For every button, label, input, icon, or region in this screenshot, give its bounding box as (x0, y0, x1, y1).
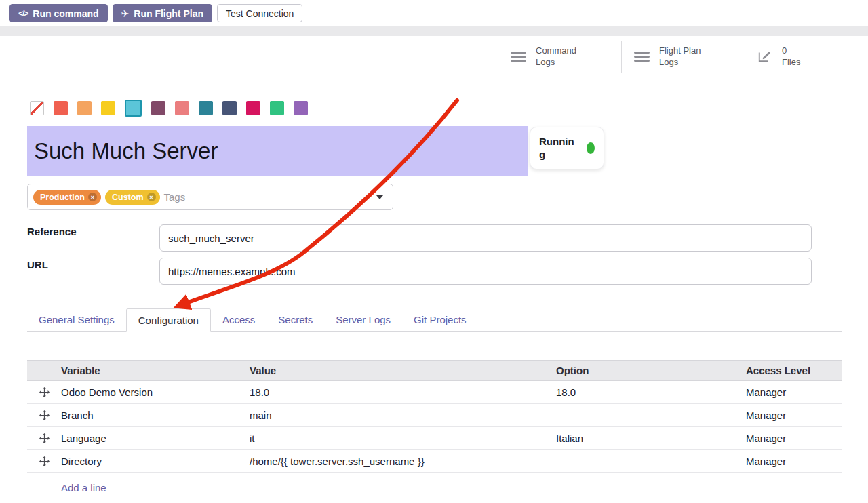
plane-icon: ✈ (121, 8, 130, 19)
server-name-field[interactable]: Such Much Server (27, 126, 528, 176)
code-icon: </> (18, 9, 28, 18)
cell-access[interactable]: Manager (746, 409, 842, 421)
status-dot (587, 142, 595, 154)
header-value: Value (250, 365, 556, 376)
chevron-down-icon[interactable] (376, 195, 383, 199)
cell-value[interactable]: /home/{{ tower.server.ssh_username }} (250, 456, 556, 467)
tag-remove-icon[interactable]: × (147, 193, 156, 201)
cell-variable[interactable]: Language (61, 432, 250, 444)
cell-access[interactable]: Manager (746, 456, 842, 467)
edit-icon (757, 48, 772, 66)
variables-table: Variable Value Option Access Level Odoo … (27, 360, 842, 502)
test-connection-button[interactable]: Test Connection (217, 4, 302, 22)
cell-access[interactable]: Manager (746, 432, 842, 444)
drag-handle-icon[interactable] (27, 387, 61, 397)
color-swatch[interactable] (199, 101, 213, 115)
tab-git-projects[interactable]: Git Projects (402, 308, 478, 331)
cell-value[interactable]: main (250, 409, 556, 421)
files-stat: 0 Files (782, 45, 800, 68)
run-command-label: Run command (33, 8, 98, 19)
header-option: Option (556, 365, 746, 376)
stat-button-row: Command Logs Flight Plan Logs 0 Files (498, 41, 868, 73)
header-access-level: Access Level (746, 365, 842, 376)
url-label: URL (27, 259, 48, 270)
tags-placeholder: Tags (164, 191, 373, 203)
cell-variable[interactable]: Odoo Demo Version (61, 386, 250, 398)
server-name: Such Much Server (34, 138, 218, 164)
cell-access[interactable]: Manager (746, 386, 842, 398)
tag-custom-label: Custom (112, 193, 144, 202)
tab-general-settings[interactable]: General Settings (27, 308, 126, 331)
color-swatch[interactable] (151, 101, 165, 115)
files-count: 0 (782, 45, 800, 57)
tag-custom[interactable]: Custom × (105, 190, 160, 205)
color-swatch[interactable] (222, 101, 237, 115)
menu-icon (634, 52, 650, 62)
run-command-button[interactable]: </> Run command (9, 4, 108, 22)
drag-handle-icon[interactable] (27, 456, 61, 466)
tab-configuration[interactable]: Configuration (126, 308, 211, 332)
table-row: Language it Italian Manager (27, 427, 842, 450)
color-swatch[interactable] (270, 101, 284, 115)
url-input[interactable] (159, 258, 812, 285)
tab-secrets[interactable]: Secrets (267, 308, 324, 331)
color-picker (30, 100, 308, 117)
color-swatch[interactable] (101, 101, 115, 115)
color-swatch[interactable] (294, 101, 308, 115)
files-label: Files (782, 57, 800, 68)
color-swatch[interactable] (246, 101, 260, 115)
status-label: Running (539, 136, 574, 161)
drag-handle-icon[interactable] (27, 433, 61, 443)
table-row: Branch main Manager (27, 404, 842, 427)
cell-value[interactable]: it (250, 432, 556, 444)
tab-access[interactable]: Access (211, 308, 267, 331)
flight-plan-logs-label: Flight Plan Logs (659, 45, 716, 68)
table-row: Odoo Demo Version 18.0 18.0 Manager (27, 381, 842, 404)
header-variable: Variable (61, 365, 250, 376)
cell-variable[interactable]: Directory (61, 456, 250, 467)
tags-field[interactable]: Production × Custom × Tags (27, 184, 393, 210)
status-card: Running (530, 127, 604, 169)
top-toolbar: </> Run command ✈ Run Flight Plan Test C… (9, 4, 302, 22)
command-logs-button[interactable]: Command Logs (498, 41, 621, 73)
add-line-link[interactable]: Add a line (61, 482, 106, 494)
drag-handle-icon[interactable] (27, 410, 61, 420)
tag-remove-icon[interactable]: × (88, 193, 97, 201)
tag-production-label: Production (40, 193, 85, 202)
reference-label: Reference (27, 226, 77, 237)
menu-icon (511, 52, 526, 62)
add-line-row: Add a line (27, 473, 842, 502)
color-swatch-selected[interactable] (125, 100, 142, 117)
files-button[interactable]: 0 Files (745, 41, 868, 73)
cell-option[interactable]: 18.0 (556, 386, 746, 398)
run-flight-plan-label: Run Flight Plan (134, 8, 203, 19)
color-swatch[interactable] (175, 101, 189, 115)
cell-option[interactable]: Italian (556, 432, 746, 444)
test-connection-label: Test Connection (226, 8, 294, 19)
color-swatch[interactable] (54, 101, 68, 115)
run-flight-plan-button[interactable]: ✈ Run Flight Plan (113, 4, 212, 22)
tag-production[interactable]: Production × (33, 190, 101, 205)
tab-server-logs[interactable]: Server Logs (324, 308, 402, 331)
cell-value[interactable]: 18.0 (250, 386, 556, 398)
separator-band (0, 26, 868, 36)
reference-input[interactable] (159, 224, 812, 252)
table-header-row: Variable Value Option Access Level (27, 360, 842, 381)
color-swatch[interactable] (77, 101, 92, 115)
color-swatch-none[interactable] (30, 101, 44, 115)
notebook-tabs: General Settings Configuration Access Se… (27, 308, 842, 332)
flight-plan-logs-button[interactable]: Flight Plan Logs (621, 41, 745, 73)
command-logs-label: Command Logs (536, 45, 593, 68)
cell-variable[interactable]: Branch (61, 409, 250, 421)
table-row: Directory /home/{{ tower.server.ssh_user… (27, 450, 842, 473)
